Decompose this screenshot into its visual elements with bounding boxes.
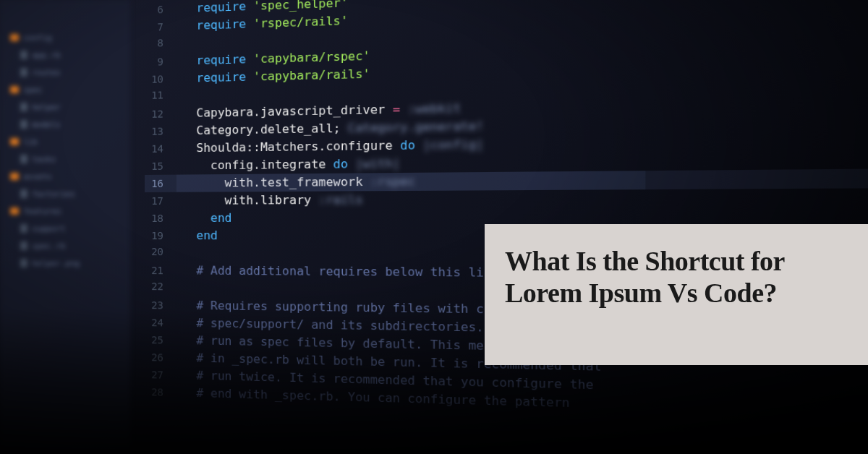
code-content: with.test_framework :rspec (176, 173, 415, 192)
line-number: 24 (145, 315, 172, 331)
sidebar-label: lib (23, 137, 38, 147)
line-number: 6 (145, 2, 172, 18)
sidebar-label: spec (23, 85, 43, 95)
line-number: 22 (145, 279, 172, 294)
sidebar-item-4[interactable]: helper (0, 98, 130, 116)
sidebar-item-1[interactable]: app.rb (0, 46, 130, 64)
line-number: 15 (145, 159, 172, 174)
code-content: config.integrate do |with| (176, 155, 400, 175)
line-number: 16 (145, 176, 172, 192)
sidebar-item-9[interactable]: factories (0, 185, 130, 202)
code-content: end (176, 210, 231, 227)
code-content: end (176, 227, 218, 244)
sidebar-label: spec.rb (32, 241, 65, 251)
article-title: What Is the Shortcut for Lorem Ipsum Vs … (505, 246, 848, 309)
sidebar-item-13[interactable]: helper.png (0, 254, 130, 272)
line-number: 8 (145, 35, 172, 51)
folder-icon (10, 173, 19, 180)
line-number: 19 (145, 228, 172, 244)
sidebar-label: assets (23, 172, 52, 181)
line-number: 12 (145, 106, 172, 122)
sidebar-label: support (32, 224, 65, 234)
line-number: 13 (145, 124, 172, 140)
line-number: 7 (145, 20, 172, 35)
line-number: 28 (145, 385, 172, 401)
sidebar-item-8[interactable]: assets (0, 168, 130, 185)
sidebar-item-6[interactable]: lib (0, 133, 130, 150)
folder-icon (10, 86, 19, 93)
sidebar-item-5[interactable]: models (0, 116, 130, 133)
sidebar-item-0[interactable]: config (0, 29, 130, 46)
line-number: 23 (145, 298, 172, 314)
sidebar-label: tasks (32, 155, 56, 164)
line-number: 11 (145, 87, 172, 103)
sidebar-label: models (32, 120, 61, 129)
sidebar-label: features (23, 207, 61, 216)
title-card: What Is the Shortcut for Lorem Ipsum Vs … (485, 224, 868, 365)
sidebar-label: routes (32, 68, 61, 77)
sidebar-label: helper (32, 103, 61, 112)
file-icon (20, 68, 27, 77)
file-icon (20, 120, 27, 129)
file-icon (20, 51, 27, 59)
line-number: 17 (145, 194, 172, 209)
line-number: 10 (145, 72, 172, 87)
sidebar-item-12[interactable]: spec.rb (0, 237, 130, 254)
sidebar-item-7[interactable]: tasks (0, 150, 130, 168)
file-icon (20, 189, 27, 198)
code-line-17[interactable]: 17 with.library :rails (145, 188, 868, 210)
sidebar-item-2[interactable]: routes (0, 64, 130, 81)
file-explorer-sidebar: configapp.rbroutesspechelpermodelslibtas… (0, 0, 130, 454)
sidebar-item-11[interactable]: support (0, 220, 130, 237)
folder-icon (10, 34, 19, 41)
line-number: 21 (145, 263, 172, 278)
file-icon (20, 155, 27, 163)
line-number: 14 (145, 141, 172, 157)
folder-icon (10, 207, 19, 215)
sidebar-label: factories (32, 189, 75, 199)
line-number: 9 (145, 54, 172, 70)
line-number: 18 (145, 211, 172, 226)
file-icon (20, 241, 27, 250)
sidebar-item-3[interactable]: spec (0, 81, 130, 98)
file-icon (20, 259, 27, 267)
file-icon (20, 103, 27, 111)
sidebar-label: helper.png (32, 259, 80, 268)
file-icon (20, 224, 27, 233)
code-content: with.library :rails (176, 191, 363, 210)
line-number: 26 (145, 350, 172, 366)
line-number: 27 (145, 367, 172, 383)
sidebar-label: app.rb (32, 51, 61, 60)
line-number: 20 (145, 244, 172, 260)
sidebar-label: config (23, 33, 52, 43)
sidebar-item-10[interactable]: features (0, 202, 130, 220)
folder-icon (10, 138, 19, 145)
line-number: 25 (145, 333, 172, 348)
